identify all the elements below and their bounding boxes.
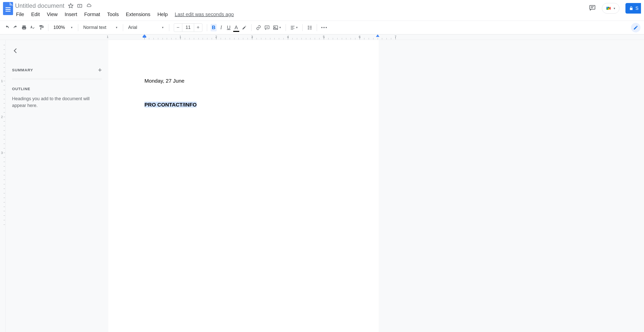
move-icon[interactable]: [77, 3, 83, 9]
font-family-select[interactable]: Arial ▼: [127, 25, 166, 30]
font-family-value: Arial: [128, 25, 137, 30]
outline-divider: [12, 79, 102, 79]
svg-marker-0: [68, 4, 73, 8]
titlebar: Untitled document File Edit View Insert …: [0, 0, 644, 21]
redo-button[interactable]: [12, 24, 19, 31]
bold-button[interactable]: B: [211, 24, 217, 31]
document-line-2[interactable]: PRO CONTACT/INFO: [144, 101, 343, 108]
vertical-ruler[interactable]: 123: [0, 40, 6, 332]
chevron-down-icon: ▼: [115, 26, 118, 29]
summary-add-button[interactable]: +: [98, 66, 102, 74]
more-button[interactable]: •••: [320, 24, 329, 31]
document-line-2-text: PRO CONTACT/INFO: [144, 102, 197, 107]
document-page[interactable]: Monday, 27 June PRO CONTACT/INFO: [108, 40, 379, 332]
outline-back-button[interactable]: [12, 47, 102, 55]
toolbar: 100% ▼ Normal text ▼ Arial ▼ − + B I U A…: [0, 21, 644, 34]
zoom-select[interactable]: 100% ▼: [52, 25, 74, 30]
svg-rect-2: [590, 6, 595, 9]
outline-label: OUTLINE: [12, 87, 102, 91]
document-line-1[interactable]: Monday, 27 June: [144, 78, 343, 84]
menu-edit[interactable]: Edit: [31, 12, 40, 17]
summary-header-row: SUMMARY +: [12, 66, 102, 74]
chevron-down-icon: ▼: [296, 26, 298, 29]
paint-format-button[interactable]: [38, 24, 45, 31]
menu-file[interactable]: File: [16, 12, 24, 17]
paragraph-style-value: Normal text: [83, 25, 106, 30]
cloud-status-icon[interactable]: [86, 3, 92, 9]
paragraph-style-select[interactable]: Normal text ▼: [82, 25, 119, 30]
title-area: Untitled document File Edit View Insert …: [15, 2, 587, 18]
chevron-down-icon: ▼: [70, 26, 73, 29]
right-indent-marker[interactable]: [376, 34, 379, 37]
menu-insert[interactable]: Insert: [65, 12, 77, 17]
insert-image-button[interactable]: ▼: [272, 24, 282, 31]
line-spacing-button[interactable]: [306, 24, 313, 31]
star-icon[interactable]: [68, 3, 73, 9]
last-edit-link[interactable]: Last edit was seconds ago: [175, 12, 234, 17]
workspace: 123 SUMMARY + OUTLINE Headings you add t…: [0, 40, 644, 332]
editing-mode-button[interactable]: [631, 23, 640, 32]
chevron-down-icon: ▼: [162, 26, 164, 29]
underline-button[interactable]: U: [226, 24, 232, 31]
horizontal-ruler[interactable]: 11234567: [0, 34, 644, 40]
menu-extensions[interactable]: Extensions: [126, 12, 150, 17]
highlight-button[interactable]: [241, 24, 248, 31]
italic-button[interactable]: I: [218, 24, 224, 31]
outline-empty-text: Headings you add to the document will ap…: [12, 95, 102, 109]
menu-format[interactable]: Format: [84, 12, 100, 17]
spellcheck-button[interactable]: [29, 24, 36, 31]
title-row: Untitled document: [15, 2, 587, 10]
fontsize-stepper: − +: [174, 23, 202, 32]
summary-label: SUMMARY: [12, 68, 33, 72]
comments-history-icon[interactable]: [589, 4, 596, 12]
page-scroll[interactable]: Monday, 27 June PRO CONTACT/INFO: [108, 40, 644, 332]
menubar: File Edit View Insert Format Tools Exten…: [15, 11, 587, 18]
align-button[interactable]: ▼: [289, 24, 299, 31]
fontsize-input[interactable]: [182, 24, 194, 32]
undo-button[interactable]: [4, 24, 11, 31]
share-button[interactable]: S: [625, 3, 641, 14]
insert-link-button[interactable]: [255, 24, 262, 31]
chevron-down-icon: ▼: [613, 7, 616, 10]
text-color-button[interactable]: A: [233, 24, 239, 31]
document-title[interactable]: Untitled document: [15, 2, 64, 9]
menu-view[interactable]: View: [47, 12, 58, 17]
menu-help[interactable]: Help: [157, 12, 168, 17]
fontsize-decrease-button[interactable]: −: [174, 24, 182, 32]
indent-marker[interactable]: [143, 34, 146, 38]
zoom-value: 100%: [53, 25, 65, 30]
chevron-down-icon: ▼: [279, 26, 281, 29]
title-right: ▼ S: [589, 2, 641, 15]
print-button[interactable]: [21, 24, 28, 31]
svg-rect-5: [608, 8, 609, 10]
menu-tools[interactable]: Tools: [107, 12, 119, 17]
outline-panel: SUMMARY + OUTLINE Headings you add to th…: [6, 40, 108, 332]
meet-button[interactable]: ▼: [602, 3, 619, 14]
svg-rect-4: [606, 7, 608, 8]
docs-logo-icon[interactable]: [3, 2, 13, 15]
fontsize-increase-button[interactable]: +: [194, 24, 202, 32]
svg-point-8: [275, 27, 275, 27]
share-button-label: S: [635, 6, 638, 11]
insert-comment-button[interactable]: [264, 24, 271, 31]
